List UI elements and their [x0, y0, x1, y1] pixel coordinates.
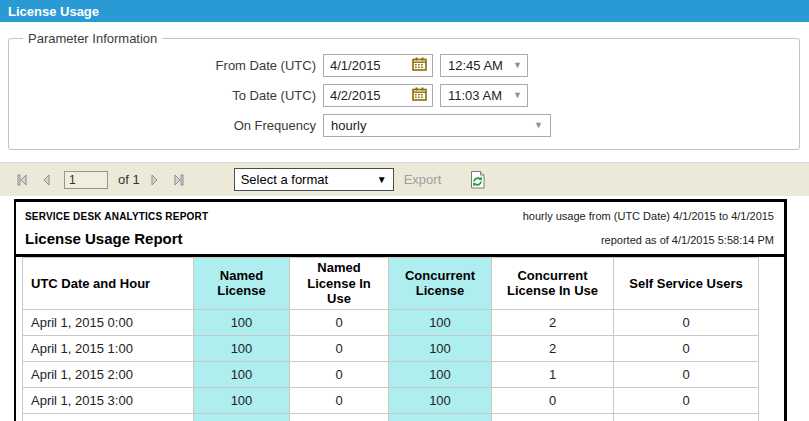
table-row: April 1, 2015 1:00100010020: [23, 335, 759, 361]
to-time-select[interactable]: 11:03 AM ▼: [440, 84, 528, 107]
value-cell: 100: [194, 387, 290, 413]
date-cell: April 1, 2015 0:00: [23, 309, 194, 335]
report-title: License Usage Report: [25, 230, 183, 247]
to-date-row: To Date (UTC) 4/2/2015 11:03 AM ▼: [11, 84, 789, 107]
from-time-select[interactable]: 12:45 AM ▼: [440, 54, 528, 77]
date-cell: April 1, 2015 1:00: [23, 335, 194, 361]
date-cell: April 1, 2015 2:00: [23, 361, 194, 387]
page-count-label: of 1: [118, 172, 140, 187]
frequency-value: hourly: [331, 118, 534, 133]
to-date-label: To Date (UTC): [11, 88, 323, 103]
value-cell: 2: [492, 335, 614, 361]
value-cell: 0: [614, 361, 759, 387]
value-cell: 100: [194, 309, 290, 335]
export-format-value: Select a format: [241, 172, 377, 187]
chevron-down-icon: ▼: [377, 175, 387, 185]
table-row: April 1, 2015 3:00100010000: [23, 387, 759, 413]
calendar-icon[interactable]: [412, 57, 427, 74]
parameter-information-panel: Parameter Information From Date (UTC) 4/…: [8, 31, 800, 150]
panel-legend: Parameter Information: [23, 31, 162, 46]
value-cell: 0: [614, 413, 759, 421]
value-cell: 0: [614, 309, 759, 335]
report-org-line: SERVICE DESK ANALYTICS REPORT: [25, 211, 208, 222]
table-row: April 1, 2015 2:00100010010: [23, 361, 759, 387]
value-cell: 100: [389, 309, 492, 335]
calendar-icon[interactable]: [412, 87, 427, 104]
value-cell: 0: [614, 335, 759, 361]
value-cell: 0: [614, 387, 759, 413]
to-time-value: 11:03 AM: [448, 88, 513, 103]
frequency-label: On Frequency: [11, 118, 323, 133]
frequency-select[interactable]: hourly ▼: [323, 114, 551, 137]
value-cell: 100: [194, 413, 290, 421]
page-title-bar: License Usage: [0, 0, 809, 22]
value-cell: 2: [492, 309, 614, 335]
date-cell: April 1, 2015 4:00: [23, 413, 194, 421]
from-time-value: 12:45 AM: [448, 58, 513, 73]
value-cell: 1: [492, 361, 614, 387]
column-header: Named License: [194, 258, 290, 310]
previous-page-button[interactable]: [42, 174, 50, 186]
value-cell: 100: [389, 387, 492, 413]
table-header-row: UTC Date and HourNamed LicenseNamed Lice…: [23, 258, 759, 310]
from-date-value: 4/1/2015: [330, 58, 412, 73]
export-format-select[interactable]: Select a format ▼: [234, 168, 394, 191]
column-header: Self Service Users: [614, 258, 759, 310]
usage-table-wrap: UTC Date and HourNamed LicenseNamed Lice…: [16, 257, 784, 421]
page-number-input[interactable]: [64, 171, 108, 189]
column-header: UTC Date and Hour: [23, 258, 194, 310]
license-usage-table: UTC Date and HourNamed LicenseNamed Lice…: [22, 257, 759, 421]
table-row: April 1, 2015 0:00100010020: [23, 309, 759, 335]
to-date-value: 4/2/2015: [330, 88, 412, 103]
refresh-icon: [469, 170, 486, 190]
column-header: Concurrent License: [389, 258, 492, 310]
report-timestamp-line: reported as of 4/1/2015 5:58:14 PM: [601, 234, 774, 246]
from-date-input[interactable]: 4/1/2015: [323, 54, 433, 77]
value-cell: 100: [194, 361, 290, 387]
table-row: April 1, 2015 4:00100010000: [23, 413, 759, 421]
next-page-button[interactable]: [151, 174, 159, 186]
frequency-row: On Frequency hourly ▼: [11, 114, 789, 137]
value-cell: 0: [290, 309, 389, 335]
column-header: Concurrent License In Use: [492, 258, 614, 310]
value-cell: 100: [389, 413, 492, 421]
export-button[interactable]: Export: [404, 172, 442, 187]
chevron-down-icon: ▼: [513, 91, 522, 100]
chevron-down-icon: ▼: [513, 61, 522, 70]
value-cell: 0: [290, 387, 389, 413]
page-title: License Usage: [8, 4, 99, 19]
first-page-button[interactable]: [17, 174, 27, 186]
value-cell: 0: [492, 413, 614, 421]
value-cell: 100: [194, 335, 290, 361]
value-cell: 100: [389, 361, 492, 387]
report-header: SERVICE DESK ANALYTICS REPORT hourly usa…: [16, 202, 784, 254]
last-page-button[interactable]: [174, 174, 184, 186]
table-body: April 1, 2015 0:00100010020April 1, 2015…: [23, 309, 759, 421]
chevron-down-icon: ▼: [534, 121, 543, 130]
report-viewer: SERVICE DESK ANALYTICS REPORT hourly usa…: [14, 199, 787, 421]
value-cell: 0: [290, 361, 389, 387]
refresh-button[interactable]: [467, 169, 487, 191]
from-date-label: From Date (UTC): [11, 58, 323, 73]
column-header: Named License In Use: [290, 258, 389, 310]
value-cell: 0: [290, 413, 389, 421]
value-cell: 0: [492, 387, 614, 413]
value-cell: 0: [290, 335, 389, 361]
from-date-row: From Date (UTC) 4/1/2015 12:45 AM ▼: [11, 54, 789, 77]
date-cell: April 1, 2015 3:00: [23, 387, 194, 413]
value-cell: 100: [389, 335, 492, 361]
report-range-line: hourly usage from (UTC Date) 4/1/2015 to…: [523, 210, 774, 222]
report-toolbar: of 1 Select a format ▼ Export: [0, 162, 809, 196]
to-date-input[interactable]: 4/2/2015: [323, 84, 433, 107]
